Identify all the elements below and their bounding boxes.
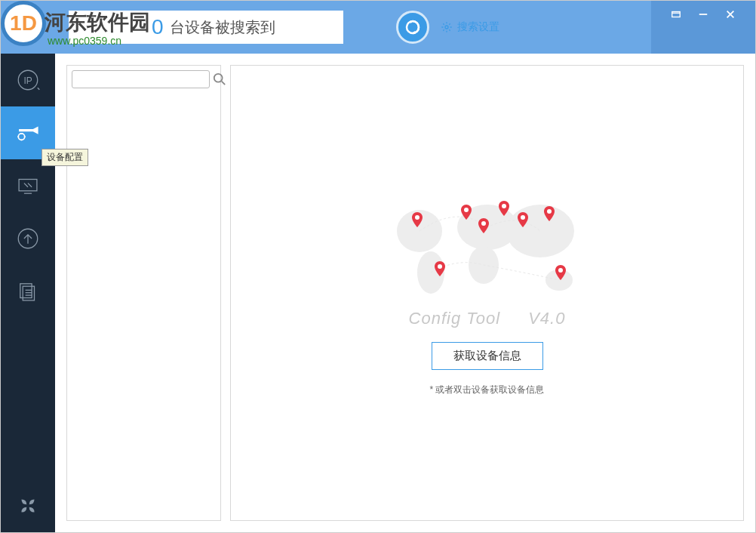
svg-point-27 <box>481 221 486 226</box>
apps-icon <box>15 493 41 519</box>
nav-upgrade[interactable] <box>1 212 55 265</box>
watermark-logo: 1D 河东软件园 www.pc0359.cn <box>1 1 46 46</box>
settings-link-label: 搜索设置 <box>457 20 499 34</box>
world-map-icon <box>382 189 593 303</box>
svg-point-28 <box>502 204 506 208</box>
ip-icon: IP <box>15 67 41 93</box>
device-list-panel <box>66 65 221 521</box>
svg-rect-8 <box>19 180 37 191</box>
svg-point-25 <box>438 264 442 269</box>
minimize-button[interactable] <box>696 7 711 22</box>
nav-system[interactable] <box>1 159 55 212</box>
svg-point-26 <box>464 208 469 212</box>
nav-ip[interactable]: IP <box>1 54 55 106</box>
window-controls <box>651 1 755 54</box>
svg-point-31 <box>558 268 563 273</box>
svg-point-0 <box>445 26 448 29</box>
tooltip-device-config: 设备配置 <box>41 149 88 166</box>
pin-icon <box>671 9 681 20</box>
svg-point-22 <box>506 205 574 257</box>
document-icon <box>15 279 41 304</box>
device-count-label: 台设备被搜索到 <box>170 17 275 38</box>
get-device-info-button[interactable]: 获取设备信息 <box>432 342 543 370</box>
svg-point-30 <box>547 209 552 214</box>
world-map-graphic <box>382 189 593 303</box>
app-brand: Config Tool V4.0 <box>409 309 566 328</box>
titlebar: 1D 河东软件园 www.pc0359.cn 0 台设备被搜索到 搜索设置 <box>1 1 755 54</box>
close-icon <box>725 9 736 20</box>
svg-rect-1 <box>672 12 681 17</box>
gear-icon <box>441 21 453 33</box>
watermark-url: www.pc0359.cn <box>48 35 121 47</box>
logo-text: 1D <box>10 11 37 35</box>
search-icon <box>213 72 226 86</box>
main-content: Config Tool V4.0 获取设备信息 * 或者双击设备获取设备信息 <box>230 65 744 521</box>
svg-line-17 <box>222 82 226 85</box>
brand-version: V4.0 <box>528 309 565 328</box>
nav-device-config[interactable]: 设备配置 <box>1 106 55 159</box>
refresh-icon <box>404 18 422 36</box>
pin-button[interactable] <box>668 7 684 22</box>
nav-apps[interactable] <box>1 479 55 532</box>
hint-text: * 或者双击设备获取设备信息 <box>429 384 544 396</box>
minimize-icon <box>698 9 708 20</box>
refresh-button[interactable] <box>396 11 429 44</box>
monitor-tools-icon <box>15 173 41 199</box>
sidebar: IP 设备配置 <box>1 54 55 532</box>
device-count-number: 0 <box>152 15 164 39</box>
upload-icon <box>15 226 41 251</box>
svg-point-16 <box>214 74 223 82</box>
nav-docs[interactable] <box>1 265 55 318</box>
close-button[interactable] <box>723 7 738 22</box>
brand-name: Config Tool <box>409 309 500 328</box>
svg-text:IP: IP <box>23 75 32 86</box>
search-input[interactable] <box>72 70 210 88</box>
watermark-site-name: 河东软件园 <box>45 8 150 37</box>
svg-point-29 <box>521 215 525 220</box>
svg-point-7 <box>18 134 25 140</box>
search-settings-link[interactable]: 搜索设置 <box>441 20 499 34</box>
search-button[interactable] <box>213 71 226 88</box>
svg-point-24 <box>415 215 419 220</box>
camera-config-icon <box>15 120 41 146</box>
